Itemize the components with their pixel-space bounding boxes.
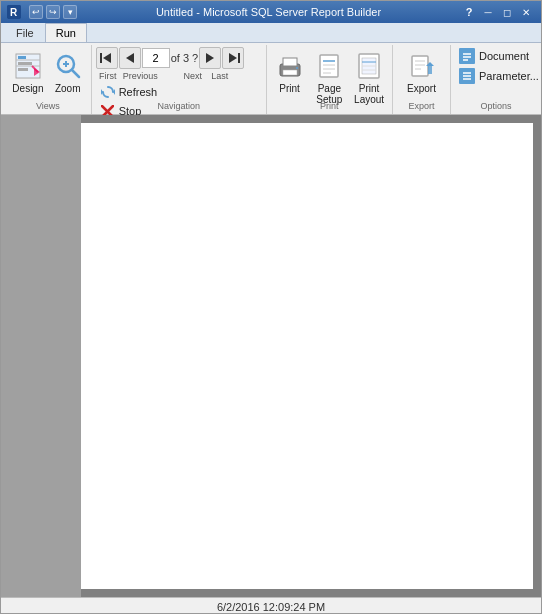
previous-label: Previous	[123, 71, 149, 81]
ribbon: Design Zoom Views	[1, 43, 541, 115]
svg-marker-16	[126, 53, 134, 63]
report-canvas	[81, 123, 533, 589]
svg-marker-19	[229, 53, 237, 63]
title-bar: R ↩ ↪ ▾ Untitled - Microsoft SQL Server …	[1, 1, 541, 23]
qs-dropdown-button[interactable]: ▾	[63, 5, 77, 19]
last-label: Last	[209, 71, 231, 81]
print-layout-icon	[353, 50, 385, 82]
status-bar: 6/2/2016 12:09:24 PM	[1, 597, 541, 614]
minimize-button[interactable]: ─	[479, 4, 497, 20]
tab-file[interactable]: File	[5, 23, 45, 42]
quick-access-toolbar: ↩ ↪ ▾	[29, 5, 77, 19]
ribbon-group-export: Export Export	[393, 45, 451, 114]
page-setup-icon	[313, 50, 345, 82]
close-button[interactable]: ✕	[517, 4, 535, 20]
svg-text:R: R	[10, 7, 18, 18]
print-button[interactable]: Print	[271, 47, 309, 97]
title-bar-left: R ↩ ↪ ▾	[7, 5, 77, 19]
views-group-label: Views	[5, 101, 91, 111]
parameters-button[interactable]: Parameter...	[455, 67, 542, 85]
options-group-label: Options	[451, 101, 541, 111]
export-label: Export	[407, 83, 436, 94]
nav-labels-row: First Previous Next Last	[97, 71, 231, 81]
next-page-button[interactable]	[199, 47, 221, 69]
navigation-group-label: Navigation	[92, 101, 266, 111]
refresh-icon	[100, 84, 116, 100]
svg-rect-40	[412, 56, 428, 76]
zoom-icon	[52, 50, 84, 82]
last-page-button[interactable]	[222, 47, 244, 69]
window-title: Untitled - Microsoft SQL Server Report B…	[77, 6, 460, 18]
page-navigation-row: of 3 ?	[96, 47, 245, 69]
design-icon	[12, 50, 44, 82]
document-label: Document	[479, 50, 529, 62]
design-label: Design	[12, 83, 43, 94]
svg-rect-28	[283, 70, 297, 75]
restore-button[interactable]: ◻	[498, 4, 516, 20]
page-setup-button[interactable]: PageSetup	[310, 47, 348, 108]
first-page-button[interactable]	[96, 47, 118, 69]
status-text: 6/2/2016 12:09:24 PM	[217, 601, 325, 613]
ribbon-group-navigation: of 3 ? First Previous Next Last	[92, 45, 267, 114]
svg-line-11	[72, 70, 79, 77]
undo-button[interactable]: ↩	[29, 5, 43, 19]
parameters-label: Parameter...	[479, 70, 539, 82]
zoom-label: Zoom	[55, 83, 81, 94]
redo-button[interactable]: ↪	[46, 5, 60, 19]
document-button[interactable]: Document	[455, 47, 533, 65]
print-layout-button[interactable]: PrintLayout	[350, 47, 388, 108]
window-controls: ? ─ ◻ ✕	[460, 4, 535, 20]
document-icon	[459, 48, 475, 64]
app-icon: R	[7, 5, 21, 19]
page-total-text: of 3 ?	[171, 52, 199, 64]
design-button[interactable]: Design	[9, 47, 47, 97]
svg-rect-7	[18, 68, 28, 71]
parameters-icon	[459, 68, 475, 84]
content-area	[1, 115, 541, 597]
svg-rect-29	[296, 67, 298, 69]
print-group-label: Print	[267, 101, 392, 111]
print-label: Print	[279, 83, 300, 94]
first-label: First	[97, 71, 119, 81]
export-group-label: Export	[393, 101, 450, 111]
export-icon	[406, 50, 438, 82]
page-number-input[interactable]	[142, 48, 170, 68]
svg-rect-27	[283, 58, 297, 66]
refresh-label: Refresh	[119, 86, 158, 98]
next-label: Next	[179, 71, 207, 81]
zoom-button[interactable]: Zoom	[49, 47, 87, 97]
help-button[interactable]: ?	[460, 4, 478, 20]
svg-rect-6	[18, 62, 32, 65]
svg-rect-5	[18, 56, 26, 59]
ribbon-tabs: File Run	[1, 23, 541, 43]
tab-run[interactable]: Run	[45, 23, 87, 42]
previous-page-button[interactable]	[119, 47, 141, 69]
svg-rect-30	[320, 55, 338, 77]
svg-marker-15	[103, 53, 111, 63]
left-panel	[1, 115, 81, 597]
ribbon-group-views: Design Zoom Views	[5, 45, 92, 114]
refresh-button[interactable]: Refresh	[96, 83, 162, 101]
ribbon-group-print: Print PageSetup	[267, 45, 393, 114]
ribbon-group-options: Document Parameter... Options	[451, 45, 541, 114]
svg-marker-17	[206, 53, 214, 63]
export-button[interactable]: Export	[400, 47, 444, 97]
svg-marker-44	[428, 66, 432, 74]
print-icon	[274, 50, 306, 82]
